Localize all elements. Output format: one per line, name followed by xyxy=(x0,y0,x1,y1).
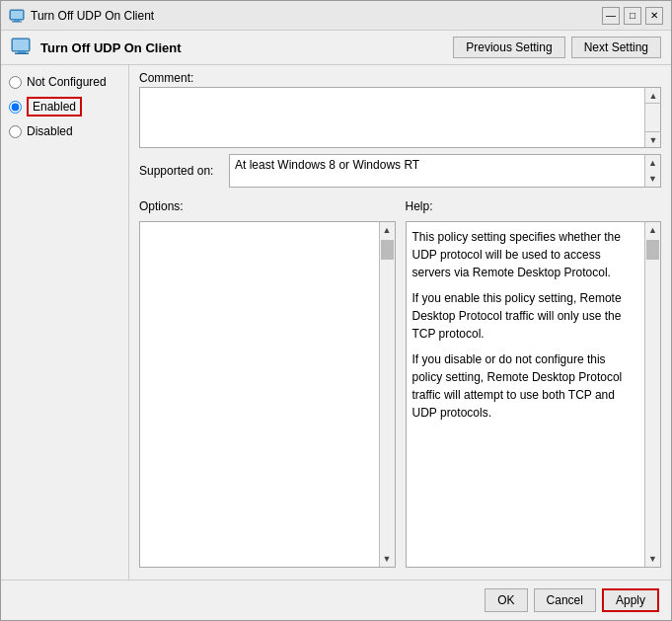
not-configured-radio[interactable] xyxy=(9,76,22,89)
header-buttons: Previous Setting Next Setting xyxy=(453,37,661,58)
options-scrollbar: ▲ ▼ xyxy=(379,222,395,567)
next-setting-button[interactable]: Next Setting xyxy=(571,37,661,58)
minimize-button[interactable]: — xyxy=(602,7,620,25)
footer: OK Cancel Apply xyxy=(1,580,671,620)
help-panel: Help: This policy setting specifies whet… xyxy=(406,199,662,568)
options-panel: Options: ▲ ▼ xyxy=(139,199,396,568)
supported-value: At least Windows 8 or Windows RT xyxy=(230,155,644,187)
content-area: Not Configured Enabled Disabled Comment:… xyxy=(1,65,671,580)
supported-scrollbar: ▲ ▼ xyxy=(644,155,660,187)
disabled-radio[interactable] xyxy=(9,125,22,138)
right-panel: Comment: ▲ ▼ Supported on: At least Wind… xyxy=(129,65,671,580)
help-content: This policy setting specifies whether th… xyxy=(407,222,645,567)
help-paragraph-1: This policy setting specifies whether th… xyxy=(412,228,639,281)
comment-section: Comment: ▲ ▼ xyxy=(139,71,661,148)
supported-section: Supported on: At least Windows 8 or Wind… xyxy=(139,154,661,188)
options-scroll-up[interactable]: ▲ xyxy=(380,222,395,238)
previous-setting-button[interactable]: Previous Setting xyxy=(453,37,564,58)
help-box: This policy setting specifies whether th… xyxy=(406,221,662,568)
svg-rect-7 xyxy=(15,53,29,55)
help-scroll-down[interactable]: ▼ xyxy=(645,551,660,567)
enabled-label: Enabled xyxy=(27,97,82,116)
comment-wrapper: ▲ ▼ xyxy=(139,87,661,148)
help-header: Help: xyxy=(406,199,662,213)
not-configured-option[interactable]: Not Configured xyxy=(9,75,120,89)
close-button[interactable]: ✕ xyxy=(645,7,663,25)
main-window: Turn Off UDP On Client — □ ✕ Turn Off UD… xyxy=(0,0,672,621)
enabled-option[interactable]: Enabled xyxy=(9,97,120,116)
help-paragraph-2: If you enable this policy setting, Remot… xyxy=(412,289,639,343)
apply-button[interactable]: Apply xyxy=(602,588,659,612)
options-help-area: Options: ▲ ▼ Help: T xyxy=(139,194,661,574)
cancel-button[interactable]: Cancel xyxy=(534,588,596,612)
left-panel: Not Configured Enabled Disabled xyxy=(1,65,129,580)
title-bar-left: Turn Off UDP On Client xyxy=(9,8,154,24)
supported-scroll-down[interactable]: ▼ xyxy=(645,171,660,187)
enabled-radio[interactable] xyxy=(9,101,22,114)
options-scroll-thumb xyxy=(381,240,394,260)
maximize-button[interactable]: □ xyxy=(624,7,641,25)
header-title: Turn Off UDP On Client xyxy=(40,40,445,55)
help-scroll-up[interactable]: ▲ xyxy=(645,222,660,238)
svg-rect-5 xyxy=(13,39,29,50)
supported-wrapper: At least Windows 8 or Windows RT ▲ ▼ xyxy=(229,154,661,188)
supported-label: Supported on: xyxy=(139,164,223,178)
svg-rect-2 xyxy=(12,21,22,22)
help-paragraph-3: If you disable or do not configure this … xyxy=(412,350,639,422)
comment-label: Comment: xyxy=(139,71,661,85)
options-header: Options: xyxy=(139,199,396,213)
ok-button[interactable]: OK xyxy=(485,588,527,612)
options-scroll-down[interactable]: ▼ xyxy=(380,551,395,567)
supported-scroll-up[interactable]: ▲ xyxy=(645,155,660,171)
disabled-option[interactable]: Disabled xyxy=(9,124,120,138)
window-title: Turn Off UDP On Client xyxy=(31,9,154,23)
header-icon xyxy=(11,37,33,58)
disabled-label: Disabled xyxy=(27,124,73,138)
options-box: ▲ ▼ xyxy=(139,221,396,568)
not-configured-label: Not Configured xyxy=(27,75,107,89)
svg-rect-3 xyxy=(11,11,23,19)
help-scrollbar: ▲ ▼ xyxy=(644,222,660,567)
comment-scroll-down[interactable]: ▼ xyxy=(645,131,661,147)
comment-scrollbar: ▲ ▼ xyxy=(644,88,660,147)
options-content xyxy=(140,222,379,567)
comment-scroll-up[interactable]: ▲ xyxy=(645,88,661,104)
title-bar: Turn Off UDP On Client — □ ✕ xyxy=(1,1,671,31)
header-bar: Turn Off UDP On Client Previous Setting … xyxy=(1,31,671,65)
title-icon xyxy=(9,8,25,24)
comment-textarea[interactable] xyxy=(140,88,644,147)
title-controls: — □ ✕ xyxy=(602,7,663,25)
help-scroll-thumb xyxy=(646,240,659,260)
